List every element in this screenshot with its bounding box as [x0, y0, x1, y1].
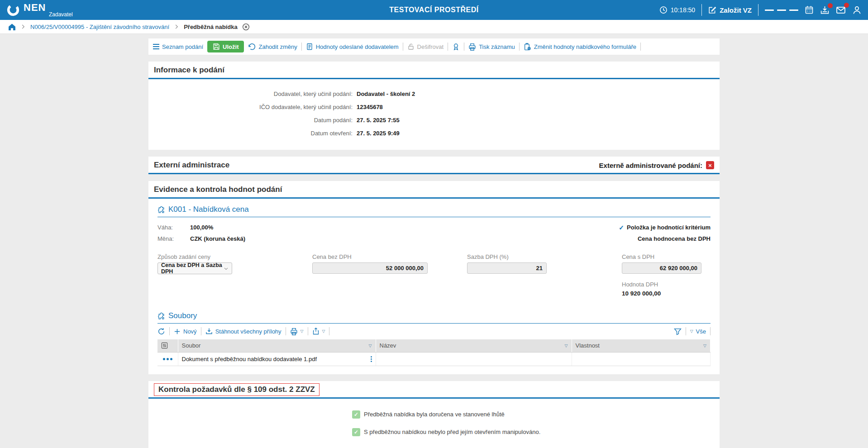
- field-row-datum-podani: Datum podání: 27. 5. 2025 7:55: [148, 114, 720, 127]
- field-value: 12345678: [357, 104, 383, 110]
- nen-logo-icon: [6, 3, 20, 17]
- downloads-icon[interactable]: [820, 5, 830, 15]
- column-chooser-header[interactable]: [157, 339, 178, 352]
- clock-icon: [659, 6, 668, 14]
- home-icon[interactable]: [8, 23, 16, 31]
- mena-label: Měna:: [157, 235, 190, 242]
- divider: [448, 43, 448, 51]
- column-header-soubor[interactable]: Soubor ▽: [178, 339, 376, 352]
- print-record-button[interactable]: Tisk záznamu: [468, 43, 515, 51]
- breadcrumb-current: Předběžná nabídka: [184, 24, 237, 30]
- cena-s-dph-field: Cena s DPH Hodnota DPH 10 920 000,00: [622, 253, 711, 297]
- divider: [758, 4, 758, 16]
- notification-badge: [844, 3, 849, 8]
- kontrola-section: Kontrola požadavků dle § 109 odst. 2 ZZV…: [148, 381, 720, 448]
- vaha-row: Váha: 100,00%: [157, 222, 245, 233]
- column-chooser-icon: [161, 342, 174, 349]
- menu-icon[interactable]: [765, 8, 798, 12]
- green-check-icon: ✓: [352, 410, 360, 419]
- section-title-evidence: Evidence a kontrola hodnot podání: [154, 185, 282, 194]
- breadcrumb-link-procurement[interactable]: N006/25/V00004995 - Zajištění závodního …: [30, 24, 169, 30]
- divider: [201, 327, 201, 335]
- refresh-button[interactable]: [157, 328, 165, 335]
- cena-s-dph-input[interactable]: [622, 262, 701, 274]
- mena-value: CZK (koruna česká): [190, 235, 245, 242]
- puzzle-icon: [157, 312, 165, 320]
- file-name[interactable]: Dokument s předběžnou nabídkou dodavatel…: [182, 356, 317, 362]
- divider: [308, 327, 308, 335]
- divider: [701, 4, 702, 16]
- divider: [286, 327, 286, 335]
- hodnota-dph-value: 10 920 000,00: [622, 290, 711, 297]
- column-header-nazev[interactable]: Název ▽: [376, 339, 572, 352]
- list-icon: [153, 43, 159, 51]
- close-circle-icon[interactable]: [242, 23, 250, 31]
- mail-icon[interactable]: [836, 5, 846, 15]
- brand-subtitle: Zadavatel: [49, 12, 73, 17]
- brand-title: NEN: [24, 2, 46, 13]
- change-form-values-button[interactable]: Změnit hodnoty nabídkového formuláře: [524, 43, 636, 51]
- breadcrumb: N006/25/V00004995 - Zajištění závodního …: [0, 20, 868, 34]
- divider: [169, 327, 170, 335]
- action-toolbar: Seznam podání Uložit Zahodit změny: [148, 38, 720, 55]
- field-label: Datum podání:: [148, 117, 353, 124]
- external-admin-section: Externí administrace Externě administrov…: [148, 157, 720, 174]
- evidence-section: Evidence a kontrola hodnot podání K001 -…: [148, 181, 720, 374]
- filter-vse-dropdown[interactable]: ▽ Vše: [690, 328, 706, 335]
- cena-bez-dph-field: Cena bez DPH: [312, 253, 467, 297]
- field-value: Dodavatel - školení 2: [357, 91, 415, 97]
- triangle-down-icon: ▽: [322, 329, 325, 334]
- triangle-down-icon: ▽: [690, 329, 693, 334]
- hodnota-dph-label: Hodnota DPH: [622, 281, 711, 288]
- chevron-right-icon: [20, 24, 26, 29]
- hodnota-dph-field: Hodnota DPH 10 920 000,00: [622, 281, 711, 297]
- field-value: 27. 5. 2025 9:49: [357, 130, 400, 137]
- create-vz-button[interactable]: Založit VZ: [708, 6, 752, 14]
- clock-time: 10:18:50: [671, 6, 696, 14]
- topbar: NEN Zadavatel TESTOVACÍ PROSTŘEDÍ 10:18:…: [0, 0, 868, 20]
- soubory-title: Soubory: [168, 311, 197, 320]
- more-actions-icon[interactable]: [161, 358, 174, 360]
- price-note: Cena hodnocena bez DPH: [619, 233, 711, 244]
- info-section: Informace k podání Dodavatel, který učin…: [148, 62, 720, 150]
- field-label: Datum otevření:: [148, 130, 353, 137]
- file-vlastnost-cell: [572, 352, 711, 366]
- column-header-vlastnost[interactable]: Vlastnost ▽: [572, 339, 711, 352]
- download-all-button[interactable]: Stáhnout všechny přílohy: [205, 328, 281, 335]
- kebab-menu-icon[interactable]: [371, 356, 372, 362]
- award-button[interactable]: [452, 43, 460, 51]
- export-button[interactable]: ▽: [312, 328, 325, 335]
- cena-bez-dph-input[interactable]: [312, 262, 428, 274]
- save-button[interactable]: Uložit: [207, 41, 244, 52]
- section-title-kontrola: Kontrola požadavků dle § 109 odst. 2 ZZV…: [154, 383, 320, 396]
- seznam-podani-button[interactable]: Seznam podání: [153, 43, 203, 51]
- calendar-icon[interactable]: [805, 5, 814, 14]
- download-icon: [205, 328, 213, 335]
- field-value: 27. 5. 2025 7:55: [357, 117, 400, 124]
- export-icon: [312, 328, 320, 335]
- cena-bez-dph-label: Cena bez DPH: [312, 253, 467, 260]
- filter-triangle-icon[interactable]: ▽: [369, 343, 372, 348]
- file-nazev-cell: [376, 352, 572, 366]
- divider: [403, 43, 403, 51]
- decrypt-button[interactable]: Dešifrovat: [407, 43, 444, 50]
- nen-brand[interactable]: NEN Zadavatel: [6, 3, 73, 17]
- divider: [519, 43, 520, 51]
- supplier-values-button[interactable]: Hodnoty odeslané dodavatelem: [306, 43, 399, 50]
- k001-title: K001 - Nabídková cena: [168, 205, 249, 214]
- divider: [301, 43, 302, 51]
- sazba-dph-input[interactable]: [467, 262, 547, 274]
- user-icon[interactable]: [852, 5, 862, 15]
- table-row[interactable]: Dokument s předběžnou nabídkou dodavatel…: [157, 352, 711, 366]
- sazba-dph-field: Sazba DPH (%): [467, 253, 622, 297]
- discard-changes-button[interactable]: Zahodit změny: [248, 43, 297, 51]
- vaha-label: Váha:: [157, 224, 190, 231]
- filter-triangle-icon[interactable]: ▽: [565, 343, 568, 348]
- check-row-not-manipulated: ✓ S předběžnou nabídkou nebylo před její…: [352, 428, 720, 436]
- filter-triangle-icon[interactable]: ▽: [703, 343, 706, 348]
- zpusob-select[interactable]: Cena bez DPH a Sazba DPH: [157, 262, 232, 274]
- filter-button[interactable]: [674, 328, 682, 335]
- field-row-datum-otevreni: Datum otevření: 27. 5. 2025 9:49: [148, 127, 720, 140]
- print-files-button[interactable]: ▽: [290, 328, 304, 335]
- new-file-button[interactable]: Nový: [174, 328, 197, 335]
